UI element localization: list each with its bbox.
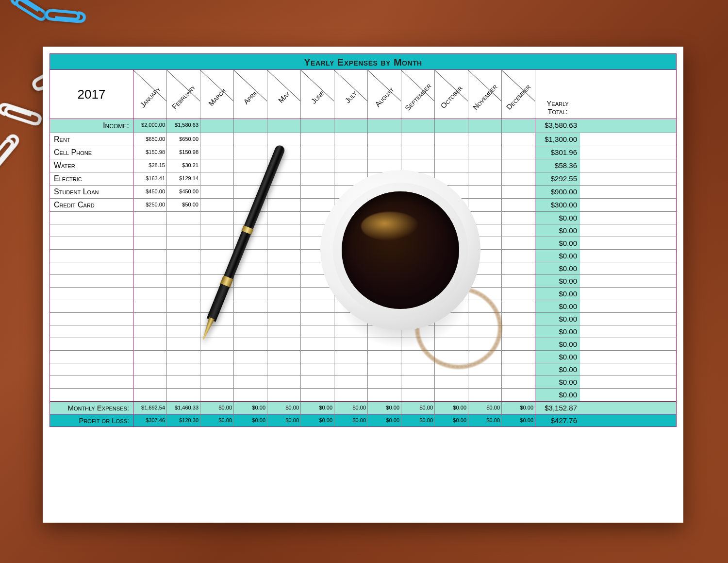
cell — [401, 389, 435, 401]
cell — [468, 313, 502, 325]
cell — [133, 288, 167, 300]
table-row: Monthly Expenses:$1,692.54$1,460.33$0.00… — [50, 401, 676, 414]
cell — [133, 212, 167, 224]
cell — [435, 325, 468, 338]
cell — [435, 146, 468, 159]
cell — [502, 237, 535, 249]
row-total: $0.00 — [535, 288, 580, 300]
cell — [502, 133, 535, 146]
cell — [401, 172, 435, 185]
cell — [133, 275, 167, 287]
cell: $0.00 — [502, 414, 535, 427]
cell — [167, 313, 200, 325]
row-total: $900.00 — [535, 186, 580, 198]
cell — [401, 300, 435, 312]
table-row: Student Loan$450.00$450.00$900.00 — [50, 186, 676, 199]
table-row: $0.00 — [50, 313, 676, 325]
cell: $0.00 — [234, 402, 267, 414]
cell — [468, 389, 502, 401]
cell — [368, 300, 401, 312]
cell — [267, 351, 301, 363]
expense-label: Water — [50, 159, 133, 172]
cell — [502, 313, 535, 325]
cell — [468, 376, 502, 388]
cell — [368, 376, 401, 388]
expense-label — [50, 338, 133, 350]
month-header-december: December — [502, 70, 535, 119]
row-total: $3,152.87 — [535, 402, 580, 414]
cell — [334, 119, 368, 133]
table-row: $0.00 — [50, 262, 676, 275]
cell — [468, 363, 502, 375]
cell — [200, 133, 234, 146]
cell — [167, 325, 200, 338]
cell — [301, 363, 334, 375]
cell — [267, 133, 301, 146]
cell — [502, 212, 535, 224]
expense-label: Cell Phone — [50, 146, 133, 159]
cell — [334, 363, 368, 375]
cell — [133, 300, 167, 312]
cell — [401, 250, 435, 262]
cell: $150.98 — [167, 146, 200, 159]
cell — [368, 389, 401, 401]
cell — [401, 224, 435, 237]
cell — [301, 338, 334, 350]
cell — [200, 389, 234, 401]
cell — [468, 133, 502, 146]
cell — [334, 224, 368, 237]
cell — [401, 376, 435, 388]
cell — [267, 313, 301, 325]
cell — [368, 224, 401, 237]
expense-label: Rent — [50, 133, 133, 146]
cell — [468, 288, 502, 300]
cell — [234, 389, 267, 401]
cell: $0.00 — [468, 402, 502, 414]
cell — [301, 172, 334, 185]
cell — [435, 212, 468, 224]
cell — [267, 288, 301, 300]
cell: $1,460.33 — [167, 402, 200, 414]
cell — [502, 325, 535, 338]
row-total: $0.00 — [535, 363, 580, 375]
table-row: $0.00 — [50, 212, 676, 224]
cell: $0.00 — [368, 414, 401, 427]
cell — [133, 363, 167, 375]
paperclip-icon — [0, 99, 45, 129]
cell: $0.00 — [401, 414, 435, 427]
cell — [334, 376, 368, 388]
table-row: Water$28.15$30.21$58.36 — [50, 159, 676, 172]
cell: $30.21 — [167, 159, 200, 172]
cell — [234, 133, 267, 146]
expense-label — [50, 237, 133, 249]
cell — [401, 288, 435, 300]
cell — [133, 389, 167, 401]
table-row: Credit Card$250.00$50.00$300.00 — [50, 199, 676, 212]
row-total: $0.00 — [535, 389, 580, 401]
cell — [200, 159, 234, 172]
cell — [435, 389, 468, 401]
cell — [334, 186, 368, 198]
cell — [301, 186, 334, 198]
cell: $129.14 — [167, 172, 200, 185]
row-total: $3,580.63 — [535, 119, 580, 133]
expense-label — [50, 389, 133, 401]
cell — [133, 224, 167, 237]
cell — [435, 237, 468, 249]
cell — [401, 199, 435, 211]
cell — [502, 146, 535, 159]
cell — [502, 389, 535, 401]
cell — [133, 338, 167, 350]
cell: $650.00 — [167, 133, 200, 146]
cell — [502, 250, 535, 262]
cell — [267, 376, 301, 388]
cell — [133, 376, 167, 388]
cell — [502, 119, 535, 133]
cell — [468, 146, 502, 159]
cell — [301, 237, 334, 249]
row-total: $292.55 — [535, 172, 580, 185]
cell — [267, 224, 301, 237]
cell — [200, 351, 234, 363]
cell — [435, 159, 468, 172]
month-header-august: August — [368, 70, 401, 119]
